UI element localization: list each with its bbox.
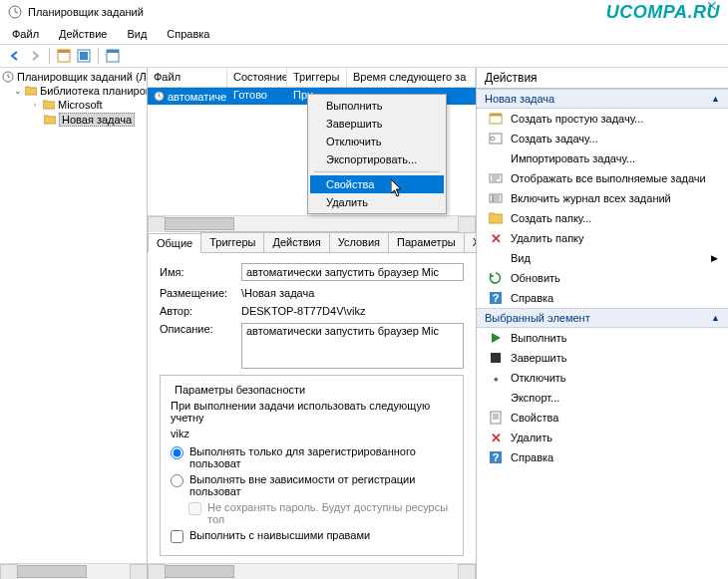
properties-icon — [489, 411, 503, 425]
action-create-basic[interactable]: Создать простую задачу... — [477, 109, 728, 129]
delete-icon: ✕ — [489, 431, 503, 444]
name-field[interactable] — [241, 263, 464, 281]
tab-settings[interactable]: Параметры — [388, 232, 465, 252]
action-help2[interactable]: ?Справка — [477, 447, 728, 467]
refresh-button[interactable] — [75, 47, 93, 65]
tree-newtask-label: Новая задача — [59, 113, 135, 127]
ctx-export[interactable]: Экспортировать... — [310, 150, 444, 168]
security-legend: Параметры безопасности — [171, 384, 309, 396]
toolbar-separator — [98, 48, 99, 64]
expander-icon[interactable]: › — [30, 100, 40, 110]
radio-logged-on[interactable] — [171, 446, 183, 459]
folder-icon — [43, 100, 55, 110]
action-run[interactable]: Выполнить — [477, 328, 728, 348]
action-delete[interactable]: ✕Удалить — [477, 428, 728, 447]
check-nosave — [188, 502, 201, 515]
action-enable-history[interactable]: Включить журнал всех заданий — [477, 188, 728, 208]
action-pane-toggle[interactable] — [55, 47, 73, 65]
help-icon: ? — [489, 291, 503, 305]
actions-group-selected-label: Выбранный элемент — [485, 312, 590, 324]
actions-pane: Действия Новая задача ▲ Создать простую … — [477, 68, 728, 579]
ctx-run[interactable]: Выполнить — [310, 97, 444, 115]
tab-actions[interactable]: Действия — [263, 232, 329, 252]
action-help[interactable]: ?Справка — [477, 288, 728, 308]
folder-icon — [44, 115, 56, 125]
security-fieldset: Параметры безопасности При выполнении за… — [160, 375, 464, 556]
location-label: Размещение: — [160, 287, 241, 299]
action-end[interactable]: Завершить — [477, 348, 728, 368]
svg-rect-17 — [491, 412, 501, 424]
task-icon — [489, 132, 503, 145]
delete-icon: ✕ — [489, 231, 503, 245]
menu-help[interactable]: Справка — [163, 27, 213, 41]
help-icon: ? — [489, 450, 503, 464]
tab-triggers[interactable]: Триггеры — [200, 232, 264, 252]
tab-general[interactable]: Общие — [148, 233, 201, 253]
tab-extra[interactable]: Х — [464, 232, 476, 252]
menu-file[interactable]: Файл — [8, 27, 43, 41]
actions-group-newtask[interactable]: Новая задача ▲ — [477, 89, 728, 109]
ctx-delete[interactable]: Удалить — [310, 193, 444, 211]
watermark: UCOMPA.RU — [606, 2, 720, 23]
location-value: \Новая задача — [241, 287, 464, 299]
description-field[interactable] — [241, 323, 464, 369]
action-properties[interactable]: Свойства — [477, 408, 728, 428]
action-export[interactable]: Экспорт... — [477, 388, 728, 408]
details-tabs: Общие Триггеры Действия Условия Параметр… — [148, 232, 476, 253]
svg-rect-2 — [58, 50, 70, 53]
menu-view[interactable]: Вид — [123, 27, 151, 41]
tasklist-hscroll[interactable] — [148, 215, 476, 231]
tree-microsoft[interactable]: › Microsoft — [0, 98, 147, 112]
name-label: Имя: — [160, 266, 241, 278]
tree-root[interactable]: Планировщик заданий (Лок — [0, 70, 147, 84]
tab-conditions[interactable]: Условия — [329, 232, 389, 252]
toolbar-separator — [49, 48, 50, 64]
action-create[interactable]: Создать задачу... — [477, 129, 728, 148]
action-disable[interactable]: ⬥Отключить — [477, 368, 728, 388]
radio-any[interactable] — [171, 474, 183, 487]
svg-rect-10 — [490, 134, 502, 144]
action-import[interactable]: Импортировать задачу... — [477, 148, 728, 168]
svg-text:?: ? — [493, 451, 500, 463]
col-file[interactable]: Файл — [148, 68, 227, 87]
tree-hscroll[interactable] — [0, 563, 148, 579]
history-icon — [489, 191, 503, 205]
tree-library-label: Библиотека планировщ — [40, 85, 148, 97]
window-title: Планировщик заданий — [28, 6, 144, 18]
tree-library[interactable]: ⌄ Библиотека планировщ — [0, 84, 147, 98]
view-icon — [489, 251, 503, 265]
action-refresh[interactable]: Обновить — [477, 268, 728, 288]
col-state[interactable]: Состояние — [227, 68, 287, 87]
details-hscroll[interactable] — [148, 563, 476, 579]
description-label: Описание: — [160, 323, 241, 335]
tree-newtask[interactable]: Новая задача — [0, 112, 147, 128]
new-folder-icon — [489, 211, 503, 225]
task-state: Готово — [227, 88, 287, 105]
ctx-properties[interactable]: Свойства — [310, 175, 444, 193]
actions-group-selected[interactable]: Выбранный элемент ▲ — [477, 308, 728, 328]
nav-back-button[interactable] — [6, 47, 24, 65]
running-icon — [489, 171, 503, 185]
col-triggers[interactable]: Триггеры — [287, 68, 347, 87]
col-nextrun[interactable]: Время следующего за — [347, 68, 476, 87]
clock-icon — [154, 91, 165, 102]
tree-microsoft-label: Microsoft — [58, 99, 103, 111]
check-highest[interactable] — [171, 530, 183, 543]
action-new-folder[interactable]: Создать папку... — [477, 208, 728, 228]
actions-group-newtask-label: Новая задача — [485, 93, 554, 105]
play-icon — [489, 331, 503, 345]
security-caption: При выполнении задачи использовать следу… — [171, 400, 453, 424]
svg-rect-16 — [491, 353, 501, 363]
help-button[interactable] — [104, 47, 122, 65]
clock-icon — [2, 71, 14, 83]
ctx-end[interactable]: Завершить — [310, 115, 444, 133]
expander-icon[interactable]: ⌄ — [14, 86, 22, 96]
ctx-disable[interactable]: Отключить — [310, 133, 444, 150]
radio-logged-on-label: Выполнять только для зарегистрированного… — [189, 445, 453, 469]
action-show-running[interactable]: Отображать все выполняемые задачи — [477, 168, 728, 188]
nav-forward-button[interactable] — [26, 47, 44, 65]
disable-icon: ⬥ — [489, 371, 503, 385]
menu-action[interactable]: Действие — [55, 27, 111, 41]
action-view[interactable]: Вид▶ — [477, 248, 728, 268]
action-delete-folder[interactable]: ✕Удалить папку — [477, 228, 728, 248]
